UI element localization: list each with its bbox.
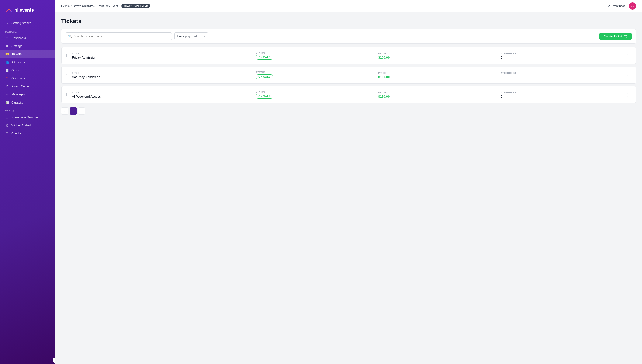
ticket-col-actions: ⋮ bbox=[623, 52, 631, 58]
attendees-label: ATTENDEES bbox=[501, 72, 623, 74]
promo-icon: 🏷 bbox=[5, 84, 9, 88]
drag-handle[interactable]: ⠿ bbox=[66, 54, 69, 58]
tickets-label: Tickets bbox=[12, 52, 22, 56]
capacity-label: Capacity bbox=[12, 101, 23, 104]
ticket-list: ⠿ TITLE Friday Admission STATUS ON SALE … bbox=[61, 47, 636, 103]
messages-icon: ✉ bbox=[5, 92, 9, 96]
ticket-attendees: 0 bbox=[501, 56, 623, 59]
ticket-col-price: PRICE $150.00 bbox=[378, 91, 501, 98]
topbar: Events / Dave's Organize... / Multi-day … bbox=[55, 0, 642, 12]
ticket-col-attendees: ATTENDEES 0 bbox=[501, 72, 623, 79]
event-page-link[interactable]: Event page bbox=[607, 4, 625, 8]
user-avatar[interactable]: DE bbox=[629, 2, 636, 10]
ticket-title: All Weekend Access bbox=[72, 94, 256, 98]
sidebar-item-attendees[interactable]: 👥 Attendees bbox=[0, 58, 55, 66]
ticket-col-status: STATUS ON SALE bbox=[256, 52, 378, 60]
sidebar-collapse-button[interactable]: ‹ bbox=[53, 358, 55, 363]
drag-handle[interactable]: ⠿ bbox=[66, 93, 69, 97]
search-input[interactable] bbox=[66, 32, 172, 40]
sidebar-item-dashboard[interactable]: ⊞ Dashboard bbox=[0, 34, 55, 42]
pagination-page-1-button[interactable]: 1 bbox=[70, 107, 77, 114]
sidebar-item-questions[interactable]: ❓ Questions bbox=[0, 74, 55, 82]
promo-codes-label: Promo Codes bbox=[12, 85, 30, 88]
ticket-price: $100.00 bbox=[378, 75, 501, 79]
orders-icon: 📄 bbox=[5, 68, 9, 72]
sidebar-item-capacity[interactable]: 📊 Capacity bbox=[0, 98, 55, 106]
sidebar-item-homepage-designer[interactable]: 🖼 Homepage Designer bbox=[0, 113, 55, 121]
sidebar-item-getting-started[interactable]: ★ Getting Started bbox=[0, 19, 55, 27]
price-label: PRICE bbox=[378, 52, 501, 55]
page-title: Tickets bbox=[61, 18, 636, 24]
ticket-col-actions: ⋮ bbox=[623, 72, 631, 78]
settings-label: Settings bbox=[12, 44, 22, 48]
topbar-right: Event page DE bbox=[607, 2, 636, 10]
status-label: STATUS bbox=[256, 52, 378, 54]
sort-select[interactable]: Homepage order Name A-Z Name Z-A Price l… bbox=[174, 32, 208, 40]
title-label: TITLE bbox=[72, 52, 256, 55]
breadcrumb: Events / Dave's Organize... / Multi-day … bbox=[61, 4, 150, 8]
capacity-icon: 📊 bbox=[5, 100, 9, 104]
messages-label: Messages bbox=[12, 93, 25, 96]
ticket-attendees: 0 bbox=[501, 94, 623, 98]
logo-icon bbox=[5, 6, 13, 14]
check-in-icon: ☑ bbox=[5, 132, 9, 135]
ticket-more-button[interactable]: ⋮ bbox=[624, 52, 631, 58]
status-label: STATUS bbox=[256, 90, 378, 93]
sidebar-item-settings[interactable]: ⚙ Settings bbox=[0, 42, 55, 50]
questions-label: Questions bbox=[12, 76, 25, 80]
title-label: TITLE bbox=[72, 72, 256, 74]
sidebar: hi.events ★ Getting Started Manage ⊞ Das… bbox=[0, 0, 55, 364]
search-icon: 🔍 bbox=[68, 34, 72, 38]
users-icon: 👥 bbox=[5, 60, 9, 64]
sidebar-item-tickets[interactable]: 🎫 Tickets bbox=[0, 50, 55, 58]
ticket-title: Friday Admission bbox=[72, 56, 256, 59]
grid-icon: ⊞ bbox=[5, 36, 9, 40]
ticket-col-actions: ⋮ bbox=[623, 92, 631, 98]
drag-handle[interactable]: ⠿ bbox=[66, 73, 69, 77]
sidebar-item-orders[interactable]: 📄 Orders bbox=[0, 66, 55, 74]
breadcrumb-sep-2: / bbox=[97, 4, 98, 8]
create-ticket-button[interactable]: Create Ticket bbox=[599, 33, 631, 40]
logo: hi.events bbox=[0, 4, 55, 19]
ticket-col-price: PRICE $100.00 bbox=[378, 72, 501, 79]
create-ticket-icon bbox=[624, 34, 627, 38]
breadcrumb-organizer[interactable]: Dave's Organize... bbox=[73, 4, 96, 8]
ticket-col-title: TITLE Friday Admission bbox=[72, 52, 256, 59]
content-area: Tickets 🔍 Homepage order Name A-Z Name Z… bbox=[55, 12, 642, 364]
pagination-prev-button[interactable]: ‹ bbox=[61, 107, 68, 114]
ticket-col-title: TITLE Saturday Admission bbox=[72, 72, 256, 79]
title-label: TITLE bbox=[72, 91, 256, 94]
settings-icon: ⚙ bbox=[5, 44, 9, 48]
svg-point-2 bbox=[625, 36, 626, 36]
questions-icon: ❓ bbox=[5, 76, 9, 80]
ticket-more-button[interactable]: ⋮ bbox=[624, 72, 631, 78]
svg-point-3 bbox=[626, 36, 626, 36]
ticket-more-button[interactable]: ⋮ bbox=[624, 92, 631, 98]
sidebar-item-widget-embed[interactable]: ⟨⟩ Widget Embed bbox=[0, 121, 55, 130]
ticket-col-title: TITLE All Weekend Access bbox=[72, 91, 256, 98]
homepage-designer-label: Homepage Designer bbox=[12, 116, 39, 119]
sidebar-item-promo-codes[interactable]: 🏷 Promo Codes bbox=[0, 82, 55, 90]
pagination-next-button[interactable]: › bbox=[78, 107, 85, 114]
attendees-label: ATTENDEES bbox=[501, 52, 623, 55]
main-content: Events / Dave's Organize... / Multi-day … bbox=[55, 0, 642, 364]
manage-section-label: Manage bbox=[0, 29, 55, 34]
star-icon: ★ bbox=[5, 21, 9, 25]
ticket-col-attendees: ATTENDEES 0 bbox=[501, 91, 623, 98]
breadcrumb-event[interactable]: Multi-day Event... bbox=[99, 4, 120, 8]
ticket-col-price: PRICE $100.00 bbox=[378, 52, 501, 59]
sidebar-item-check-in[interactable]: ☑ Check-In bbox=[0, 130, 55, 138]
ticket-row: ⠿ TITLE All Weekend Access STATUS ON SAL… bbox=[62, 86, 636, 103]
orders-label: Orders bbox=[12, 68, 21, 72]
dashboard-label: Dashboard bbox=[12, 36, 26, 40]
logo-text: hi.events bbox=[15, 8, 34, 13]
svg-point-1 bbox=[625, 36, 625, 36]
ticket-col-status: STATUS ON SALE bbox=[256, 90, 378, 99]
breadcrumb-events[interactable]: Events bbox=[61, 4, 70, 8]
sidebar-item-messages[interactable]: ✉ Messages bbox=[0, 90, 55, 98]
create-btn-label: Create Ticket bbox=[603, 34, 622, 38]
on-sale-badge: ON SALE bbox=[256, 55, 273, 60]
on-sale-badge: ON SALE bbox=[256, 74, 273, 79]
code-icon: ⟨⟩ bbox=[5, 124, 9, 127]
ticket-price: $150.00 bbox=[378, 94, 501, 98]
